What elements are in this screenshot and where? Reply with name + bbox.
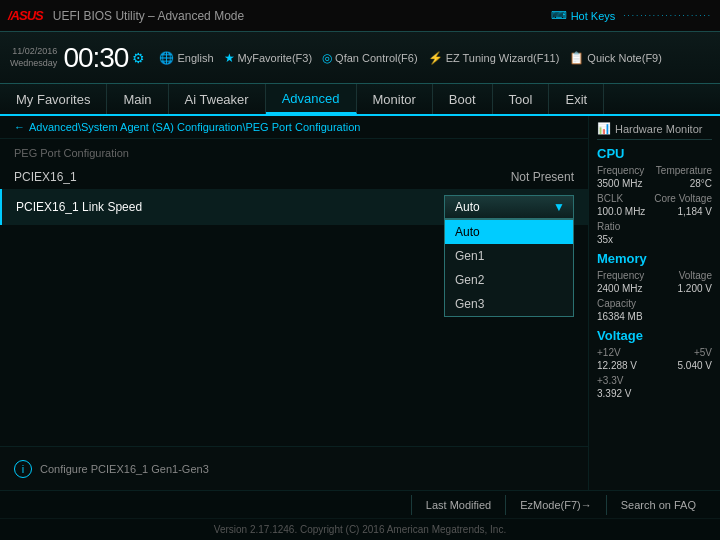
hw-cpu-bclk-row: BCLK Core Voltage bbox=[597, 193, 712, 204]
hw-mem-volt-value: 1.200 V bbox=[678, 283, 712, 294]
nav-tool[interactable]: Tool bbox=[493, 84, 550, 114]
hw-header: 📊 Hardware Monitor bbox=[597, 122, 712, 140]
myfavorite-label: MyFavorite(F3) bbox=[238, 52, 313, 64]
dropdown-arrow-icon: ▼ bbox=[553, 200, 565, 214]
hw-volt-12-label: +12V bbox=[597, 347, 621, 358]
hw-cpu-temp-label: Temperature bbox=[656, 165, 712, 176]
lightning-icon: ⚡ bbox=[428, 51, 443, 65]
star-icon: ★ bbox=[224, 51, 235, 65]
qfan-button[interactable]: ◎ Qfan Control(F6) bbox=[322, 51, 418, 65]
fan-icon: ◎ bbox=[322, 51, 332, 65]
hw-cpu-ratio-value-row: 35x bbox=[597, 234, 712, 245]
hw-cpu-freq-value-row: 3500 MHz 28°C bbox=[597, 178, 712, 189]
dropdown-selected-value: Auto bbox=[455, 200, 480, 214]
dropdown-menu: Auto Gen1 Gen2 Gen3 bbox=[444, 219, 574, 317]
english-button[interactable]: 🌐 English bbox=[159, 51, 213, 65]
note-icon: 📋 bbox=[569, 51, 584, 65]
clock-gear-icon: ⚙ bbox=[132, 50, 145, 66]
hw-cpu-ratio-value: 35x bbox=[597, 234, 613, 245]
hw-cpu-corev-value: 1,184 V bbox=[678, 206, 712, 217]
hardware-monitor-panel: 📊 Hardware Monitor CPU Frequency Tempera… bbox=[588, 116, 720, 490]
last-modified-button[interactable]: Last Modified bbox=[411, 495, 505, 515]
hw-monitor-icon: 📊 bbox=[597, 122, 611, 135]
link-speed-label: PCIEX16_1 Link Speed bbox=[16, 200, 444, 214]
nav-boot[interactable]: Boot bbox=[433, 84, 493, 114]
hw-cpu-freq-value: 3500 MHz bbox=[597, 178, 643, 189]
clock-section: 11/02/2016 Wednesday 00:30 ⚙ bbox=[10, 42, 145, 74]
myfavorite-button[interactable]: ★ MyFavorite(F3) bbox=[224, 51, 313, 65]
header-icons: 🌐 English ★ MyFavorite(F3) ◎ Qfan Contro… bbox=[159, 51, 661, 65]
dropdown-trigger[interactable]: Auto ▼ bbox=[444, 195, 574, 219]
search-faq-label: Search on FAQ bbox=[621, 499, 696, 511]
left-content: ← Advanced\System Agent (SA) Configurati… bbox=[0, 116, 588, 490]
hw-mem-cap-row: Capacity bbox=[597, 298, 712, 309]
hw-cpu-title: CPU bbox=[597, 146, 712, 161]
hw-voltage-title: Voltage bbox=[597, 328, 712, 343]
hw-cpu-temp-value: 28°C bbox=[690, 178, 712, 189]
clock-display: 00:30 bbox=[63, 42, 128, 74]
hw-cpu-corev-label: Core Voltage bbox=[654, 193, 712, 204]
qfan-label: Qfan Control(F6) bbox=[335, 52, 418, 64]
dropdown-option-gen3[interactable]: Gen3 bbox=[445, 292, 573, 316]
nav-bar: My Favorites Main Ai Tweaker Advanced Mo… bbox=[0, 84, 720, 116]
top-bar: /ASUS UEFI BIOS Utility – Advanced Mode … bbox=[0, 0, 720, 32]
nav-main[interactable]: Main bbox=[107, 84, 168, 114]
quicknote-button[interactable]: 📋 Quick Note(F9) bbox=[569, 51, 662, 65]
nav-my-favorites[interactable]: My Favorites bbox=[0, 84, 107, 114]
date-line1: 11/02/2016 bbox=[12, 46, 57, 58]
breadcrumb-back-icon[interactable]: ← bbox=[14, 121, 25, 133]
nav-advanced[interactable]: Advanced bbox=[266, 84, 357, 114]
ez-mode-button[interactable]: EzMode(F7)→ bbox=[505, 495, 606, 515]
hw-mem-cap-label: Capacity bbox=[597, 298, 636, 309]
bottom-bar: Last Modified EzMode(F7)→ Search on FAQ bbox=[0, 490, 720, 518]
hw-mem-volt-label: Voltage bbox=[679, 270, 712, 281]
hw-volt-33-value: 3.392 V bbox=[597, 388, 631, 399]
link-speed-dropdown[interactable]: Auto ▼ Auto Gen1 Gen2 Gen3 bbox=[444, 195, 574, 219]
english-label: English bbox=[177, 52, 213, 64]
deco-dots: ····················· bbox=[623, 11, 712, 20]
hw-mem-cap-value: 16384 MB bbox=[597, 311, 643, 322]
version-bar: Version 2.17.1246. Copyright (C) 2016 Am… bbox=[0, 518, 720, 540]
eztuning-button[interactable]: ⚡ EZ Tuning Wizard(F11) bbox=[428, 51, 560, 65]
hw-mem-freq-value: 2400 MHz bbox=[597, 283, 643, 294]
hw-volt-12-value: 12.288 V bbox=[597, 360, 637, 371]
search-faq-button[interactable]: Search on FAQ bbox=[606, 495, 710, 515]
pciex16-row: PCIEX16_1 Not Present bbox=[0, 165, 588, 189]
hot-keys-label[interactable]: Hot Keys bbox=[571, 10, 616, 22]
hw-cpu-bclk-label: BCLK bbox=[597, 193, 623, 204]
hw-volt-5-label: +5V bbox=[694, 347, 712, 358]
nav-monitor[interactable]: Monitor bbox=[357, 84, 433, 114]
nav-ai-tweaker[interactable]: Ai Tweaker bbox=[169, 84, 266, 114]
hw-volt-12-row: +12V +5V bbox=[597, 347, 712, 358]
last-modified-label: Last Modified bbox=[426, 499, 491, 511]
hw-volt-5-value: 5.040 V bbox=[678, 360, 712, 371]
info-text: Configure PCIEX16_1 Gen1-Gen3 bbox=[40, 463, 209, 475]
date-line2: Wednesday bbox=[10, 58, 57, 70]
eztuning-label: EZ Tuning Wizard(F11) bbox=[446, 52, 560, 64]
header: 11/02/2016 Wednesday 00:30 ⚙ 🌐 English ★… bbox=[0, 32, 720, 84]
hw-mem-cap-value-row: 16384 MB bbox=[597, 311, 712, 322]
hw-mem-freq-value-row: 2400 MHz 1.200 V bbox=[597, 283, 712, 294]
hw-cpu-ratio-row: Ratio bbox=[597, 221, 712, 232]
dropdown-option-auto[interactable]: Auto bbox=[445, 220, 573, 244]
dropdown-option-gen1[interactable]: Gen1 bbox=[445, 244, 573, 268]
info-icon: i bbox=[14, 460, 32, 478]
info-bar: i Configure PCIEX16_1 Gen1-Gen3 bbox=[0, 446, 588, 490]
hw-cpu-bclk-value: 100.0 MHz bbox=[597, 206, 645, 217]
hw-volt-33-value-row: 3.392 V bbox=[597, 388, 712, 399]
asus-logo: /ASUS bbox=[8, 8, 43, 23]
pciex16-label: PCIEX16_1 bbox=[14, 170, 511, 184]
dropdown-option-gen2[interactable]: Gen2 bbox=[445, 268, 573, 292]
ez-mode-label: EzMode(F7)→ bbox=[520, 499, 592, 511]
content-area: ← Advanced\System Agent (SA) Configurati… bbox=[0, 116, 720, 490]
hw-mem-freq-label: Frequency bbox=[597, 270, 644, 281]
hw-volt-12-value-row: 12.288 V 5.040 V bbox=[597, 360, 712, 371]
config-section: PEG Port Configuration PCIEX16_1 Not Pre… bbox=[0, 139, 588, 446]
hw-volt-33-label: +3.3V bbox=[597, 375, 623, 386]
hw-cpu-freq-row: Frequency Temperature bbox=[597, 165, 712, 176]
breadcrumb-text: Advanced\System Agent (SA) Configuration… bbox=[29, 121, 360, 133]
pciex16-value: Not Present bbox=[511, 170, 574, 184]
hot-keys-icon: ⌨ bbox=[551, 9, 567, 22]
nav-exit[interactable]: Exit bbox=[549, 84, 604, 114]
section-label: PEG Port Configuration bbox=[0, 143, 588, 165]
